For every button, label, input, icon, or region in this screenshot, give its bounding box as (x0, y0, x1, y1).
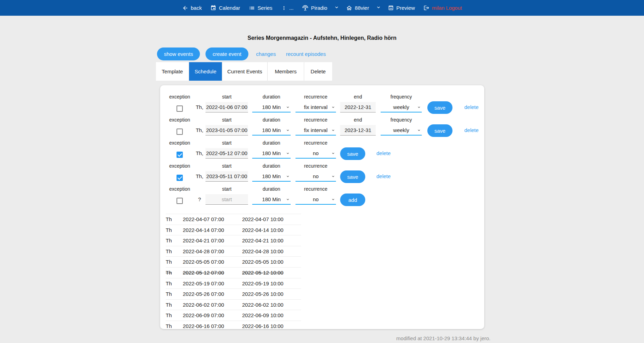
add-button[interactable]: add (340, 194, 365, 206)
field-label: recurrence (304, 139, 328, 147)
event-start: 2022-06-09 07:00 (183, 310, 242, 321)
delete-link[interactable]: delete (464, 104, 479, 110)
exception-checkbox[interactable] (177, 129, 183, 135)
more-vert-icon (281, 5, 287, 11)
event-day: Th (166, 235, 183, 246)
nav-piradio[interactable]: Piradio (302, 5, 327, 11)
nav-logout[interactable]: milan Logout (424, 5, 462, 11)
recurrence-select[interactable]: no (295, 171, 336, 182)
nav-more-label: ... (289, 5, 294, 11)
event-day: Th (166, 246, 183, 257)
nav-back[interactable]: back (182, 5, 202, 11)
recurrence-select[interactable]: fix interval (295, 102, 336, 112)
logout-icon (424, 5, 429, 11)
duration-select[interactable]: 180 Min (252, 125, 291, 136)
delete-link[interactable]: delete (376, 173, 391, 179)
event-row: Th2022-04-14 07:002022-04-14 10:00 (166, 225, 301, 235)
tab-members[interactable]: Members (268, 62, 304, 81)
station-dropdown-chevron[interactable] (376, 5, 381, 11)
nav-more[interactable]: ... (281, 5, 294, 11)
start-input[interactable] (205, 148, 248, 159)
event-day: Th (166, 310, 183, 321)
event-end: 2022-04-14 10:00 (242, 225, 301, 235)
event-start: 2022-04-21 07:00 (183, 235, 242, 246)
day-label: Th, (195, 101, 204, 113)
delete-link[interactable]: delete (376, 150, 391, 156)
field-label: start (222, 162, 231, 170)
show-events-button[interactable]: show events (157, 48, 200, 60)
event-day: Th (166, 300, 183, 310)
event-end: 2022-05-19 10:00 (242, 278, 301, 289)
col-exception: exception (164, 116, 195, 136)
col-end: end (340, 93, 376, 112)
recurrence-select[interactable]: no (295, 148, 336, 159)
exception-checkbox[interactable] (177, 105, 183, 112)
field-label: start (222, 185, 231, 193)
event-day: Th (166, 289, 183, 299)
event-start: 2022-06-16 07:00 (183, 321, 242, 329)
chevron-down-icon (376, 5, 381, 11)
exception-checkbox[interactable] (177, 198, 183, 204)
duration-select[interactable]: 180 Min (252, 194, 291, 205)
tab-delete[interactable]: Delete (304, 62, 332, 81)
selected-value: 180 Min (262, 196, 280, 202)
col-exception: exception (164, 139, 195, 159)
field-label: exception (169, 93, 190, 101)
exception-checkbox[interactable] (177, 152, 183, 158)
save-button[interactable]: save (427, 124, 452, 137)
delete-link[interactable]: delete (464, 127, 479, 133)
start-input[interactable] (205, 102, 248, 112)
tab-template[interactable]: Template (156, 62, 189, 81)
create-event-button[interactable]: create event (205, 48, 248, 60)
col-start: start (205, 139, 248, 159)
col-recurrence: recurrencefix interval (295, 116, 336, 136)
nav-preview[interactable]: Preview (388, 5, 415, 11)
recount-episodes-link[interactable]: recount episodes (286, 51, 326, 57)
frequency-select[interactable]: weekly (381, 102, 422, 112)
duration-select[interactable]: 180 Min (252, 148, 291, 159)
start-input[interactable] (205, 194, 248, 205)
recurrence-select[interactable]: no (295, 194, 336, 205)
nav-station[interactable]: 88vier (346, 5, 369, 11)
tab-schedule[interactable]: Schedule (189, 62, 222, 81)
duration-select[interactable]: 180 Min (252, 102, 291, 112)
day-label: Th, (195, 147, 204, 159)
field-label (199, 139, 200, 147)
duration-select[interactable]: 180 Min (252, 171, 291, 182)
save-button[interactable]: save (427, 101, 452, 114)
nav-back-label: back (191, 5, 202, 11)
event-day: Th (166, 321, 183, 329)
day-label: Th, (195, 124, 204, 136)
save-button[interactable]: save (340, 170, 365, 183)
schedule-card: exception Th,startduration180 Minrecurre… (160, 85, 484, 329)
start-input[interactable] (205, 125, 248, 136)
selected-value: fix interval (304, 104, 328, 110)
nav-calendar[interactable]: Calendar (210, 5, 240, 11)
event-row: Th2022-04-21 07:002022-04-21 10:00 (166, 235, 301, 246)
end-input[interactable] (340, 102, 376, 112)
field-label: recurrence (304, 162, 328, 170)
schedule-row: exception Th,startduration180 Minrecurre… (164, 93, 484, 116)
event-day: Th (166, 214, 183, 225)
piradio-dropdown-chevron[interactable] (334, 5, 339, 11)
frequency-select[interactable]: weekly (381, 125, 422, 136)
start-input[interactable] (205, 171, 248, 182)
event-end: 2022-05-26 10:00 (242, 289, 301, 299)
event-start: 2022-04-28 07:00 (183, 246, 242, 257)
nav-series[interactable]: Series (249, 5, 272, 11)
field-label: exception (169, 162, 190, 170)
end-input[interactable] (340, 125, 376, 136)
save-button[interactable]: save (340, 147, 365, 160)
event-row: Th2022-06-16 07:002022-06-16 10:00 (166, 321, 301, 329)
modified-note: modified at 2021-10-29 13:34:44 by jero. (396, 335, 491, 341)
tab-current-events[interactable]: Current Events (222, 62, 268, 81)
nav-series-label: Series (257, 5, 272, 11)
event-start: 2022-06-02 07:00 (183, 300, 242, 310)
col-exception: exception (164, 185, 195, 205)
exception-checkbox[interactable] (177, 175, 183, 181)
changes-link[interactable]: changes (256, 51, 276, 57)
top-navbar: back Calendar Series ... Piradio 88vier (0, 0, 644, 16)
recurrence-select[interactable]: fix interval (295, 125, 336, 136)
event-start: 2022-05-05 07:00 (183, 257, 242, 267)
col-exception: exception (164, 162, 195, 182)
